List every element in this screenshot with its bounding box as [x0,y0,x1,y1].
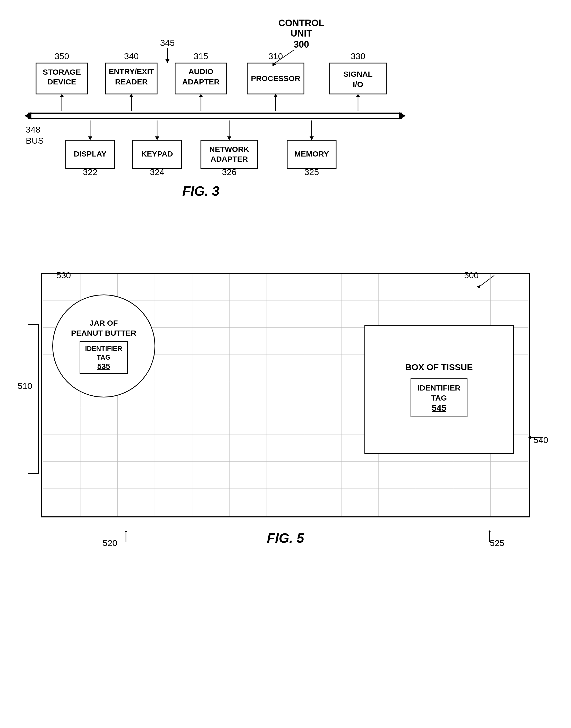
jar-id-tag-box: IDENTIFIERTAG 535 [80,341,127,374]
svg-text:348: 348 [26,125,40,134]
ref-525-arrow [484,530,500,543]
svg-text:315: 315 [194,51,208,61]
fig5-diagram: 530 500 510 [21,273,550,546]
tissue-id-tag-ref: 545 [418,403,460,413]
svg-text:STORAGE: STORAGE [43,68,81,76]
svg-marker-39 [273,94,278,97]
fig3-svg-area: CONTROL UNIT 300 345 350 340 315 310 330 [21,15,550,247]
svg-marker-49 [310,136,314,140]
svg-text:ADAPTER: ADAPTER [182,78,219,86]
svg-text:340: 340 [124,51,139,61]
shelf-main: JAR OFPEANUT BUTTER IDENTIFIERTAG 535 BO… [41,273,530,518]
svg-text:UNIT: UNIT [291,28,312,39]
svg-text:PROCESSOR: PROCESSOR [251,74,300,83]
svg-text:345: 345 [160,38,175,48]
svg-text:324: 324 [150,167,164,177]
svg-text:FIG. 3: FIG. 3 [182,183,220,198]
svg-marker-41 [356,94,360,97]
shelf-bracket-svg [25,324,41,474]
svg-text:NETWORK: NETWORK [209,145,249,153]
svg-text:READER: READER [115,78,148,86]
svg-text:AUDIO: AUDIO [189,67,214,76]
svg-text:326: 326 [222,167,237,177]
svg-marker-6 [165,59,169,63]
svg-text:KEYPAD: KEYPAD [141,150,173,158]
jar-id-tag-ref: 535 [85,362,122,371]
svg-text:300: 300 [294,39,309,50]
svg-marker-29 [399,112,406,120]
svg-marker-37 [199,94,203,97]
svg-marker-45 [155,136,159,140]
svg-text:322: 322 [83,167,98,177]
svg-marker-43 [88,136,92,140]
ref-520-arrow [121,530,136,543]
svg-text:MEMORY: MEMORY [295,150,329,158]
control-unit-text: CONTROL [278,18,324,28]
svg-text:ENTRY/EXIT: ENTRY/EXIT [109,67,154,76]
svg-marker-33 [60,94,64,97]
svg-marker-47 [227,136,231,140]
tissue-id-tag-label: IDENTIFIERTAG [418,383,460,403]
ref-520: 520 [103,538,117,548]
svg-text:330: 330 [351,51,365,61]
svg-text:350: 350 [54,51,69,61]
svg-text:DISPLAY: DISPLAY [74,150,106,158]
jar-circle: JAR OFPEANUT BUTTER IDENTIFIERTAG 535 [52,294,155,398]
svg-text:SIGNAL: SIGNAL [343,70,372,78]
svg-text:DEVICE: DEVICE [47,78,76,86]
svg-text:310: 310 [268,51,283,61]
svg-marker-92 [124,530,127,532]
svg-text:BUS: BUS [26,136,44,145]
svg-text:325: 325 [305,167,319,177]
tissue-label: BOX OF TISSUE [405,362,473,372]
svg-marker-35 [129,94,133,97]
tissue-box: BOX OF TISSUE IDENTIFIERTAG 545 [364,325,514,454]
svg-text:I/O: I/O [353,80,363,89]
svg-marker-94 [488,530,491,532]
jar-id-tag-label: IDENTIFIERTAG [85,344,122,362]
ref-540-arrow [528,432,546,443]
svg-marker-28 [24,112,31,120]
svg-rect-54 [201,140,257,169]
fig3-svg: CONTROL UNIT 300 345 350 340 315 310 330 [21,15,550,247]
svg-rect-23 [330,63,386,94]
jar-label: JAR OFPEANUT BUTTER [71,318,136,338]
fig3-diagram: CONTROL UNIT 300 345 350 340 315 310 330 [21,15,550,247]
tissue-id-tag-box: IDENTIFIERTAG 545 [411,379,467,417]
svg-text:ADAPTER: ADAPTER [210,155,248,163]
